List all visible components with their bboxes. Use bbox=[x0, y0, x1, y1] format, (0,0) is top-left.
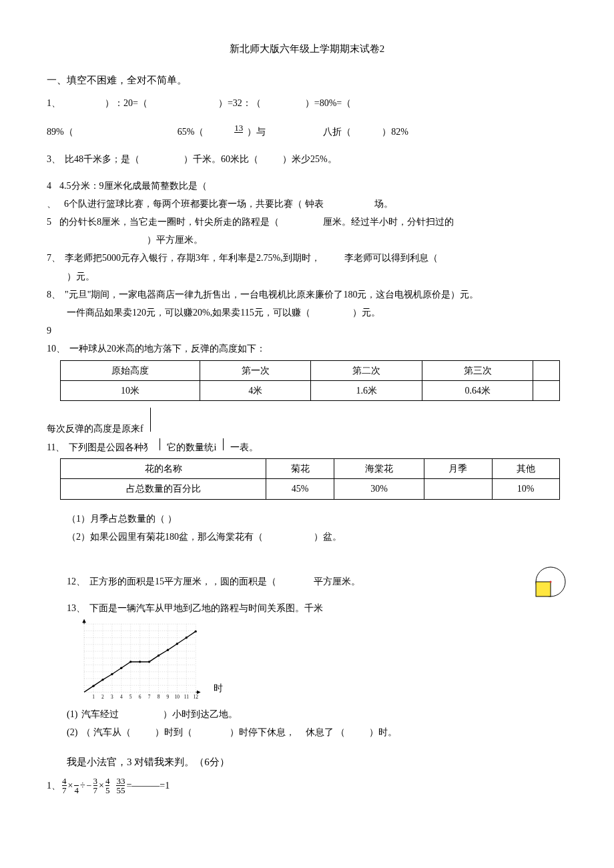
th: 第一次 bbox=[200, 360, 311, 380]
frac-33-55: 3355 bbox=[116, 777, 125, 795]
th: 原始高度 bbox=[61, 360, 200, 380]
svg-text:5: 5 bbox=[129, 694, 132, 700]
q1-label: 1、 bbox=[47, 95, 61, 111]
q13-text: 下面是一辆汽车从甲地到乙地的路程与时间关系图。千米 bbox=[89, 600, 323, 616]
svg-rect-1 bbox=[536, 582, 551, 596]
q11-2: （2）如果公园里有菊花180盆，那么海棠花有（ ）盆。 bbox=[47, 528, 567, 545]
j1-eq: =———=1 bbox=[126, 777, 170, 794]
q13-2a: （ 汽车从（ bbox=[81, 724, 131, 741]
page-title: 新北师大版六年级上学期期末试卷2 bbox=[47, 40, 567, 58]
frac-3-7: 37 bbox=[93, 777, 98, 795]
td: 10米 bbox=[61, 380, 200, 400]
th: 第二次 bbox=[311, 360, 422, 380]
flower-table: 花的名称 菊花 海棠花 月季 其他 占总数量的百分比 45% 30% 10% bbox=[60, 458, 560, 499]
p2: (2) bbox=[67, 724, 77, 741]
q11-2b: ）盆。 bbox=[314, 528, 342, 545]
td: 占总数量的百分比 bbox=[61, 479, 266, 499]
svg-marker-52 bbox=[82, 619, 86, 623]
table-row: 原始高度 第一次 第二次 第三次 bbox=[61, 360, 560, 380]
q3-label: 3、 bbox=[47, 151, 61, 167]
svg-marker-53 bbox=[197, 691, 201, 695]
q2-d: 八折（ bbox=[323, 123, 351, 140]
q12-label: 12、 bbox=[67, 573, 85, 590]
q13-1: (1) 汽车经过 ）小时到达乙地。 bbox=[47, 706, 567, 723]
td: 0.64米 bbox=[422, 380, 533, 400]
q13-1b: ）小时到达乙地。 bbox=[163, 706, 238, 723]
q9: 9 bbox=[47, 322, 567, 339]
svg-point-28 bbox=[92, 685, 94, 687]
q7-b: 李老师可以得到利息（ bbox=[344, 250, 438, 266]
q8-label: 8、 bbox=[47, 286, 61, 303]
svg-text:2: 2 bbox=[101, 694, 104, 700]
frac-4-7: 47 bbox=[62, 777, 67, 795]
q3-b: ）千米。60米比（ bbox=[184, 151, 258, 167]
q13-2: (2) （ 汽车从（ ）时到（ ）时停下休息， 休息了 （ ）时。 bbox=[47, 724, 567, 741]
judge-q1: 1、 47 × 4 ÷ − 37 × 45 3355 =———=1 bbox=[47, 777, 567, 795]
q11-b: 它的数量统i bbox=[167, 439, 216, 456]
q11: 11、 下列图是公园各种犭 它的数量统i 一表。 bbox=[47, 438, 567, 456]
q4-text: 4.5分米：9厘米化成最简整数比是（ bbox=[59, 177, 207, 194]
svg-point-37 bbox=[176, 643, 178, 645]
q11-2a: （2）如果公园里有菊花180盆，那么海棠花有（ bbox=[67, 528, 263, 545]
distance-time-chart: 123 456 789 101112 bbox=[67, 618, 207, 705]
section-2-heading: 我是小法官，3 对错我来判。（6分） bbox=[47, 753, 567, 771]
svg-point-39 bbox=[195, 630, 197, 632]
q2-b: 65%（ bbox=[178, 123, 204, 140]
q12-b: 平方厘米。 bbox=[314, 573, 360, 590]
q13-label: 13、 bbox=[67, 600, 85, 616]
divider bbox=[150, 408, 151, 432]
q5-b: 厘米。经过半小时，分针扫过的 bbox=[323, 213, 454, 230]
q4: 4 4.5分米：9厘米化成最简整数比是（ bbox=[47, 177, 567, 194]
q11-c: 一表。 bbox=[230, 439, 258, 456]
th: 月季 bbox=[424, 459, 492, 479]
q2-frac-d bbox=[234, 132, 243, 141]
q3-c: ）米少25%。 bbox=[282, 151, 337, 167]
frac-4-5: 45 bbox=[105, 777, 110, 795]
q2-e: ）82% bbox=[382, 123, 408, 140]
td: 10% bbox=[492, 479, 559, 499]
bounce-table: 原始高度 第一次 第二次 第三次 10米 4米 1.6米 0.64米 bbox=[60, 360, 560, 401]
q10b: 每次反弹的高度是原来f bbox=[47, 408, 567, 437]
svg-text:7: 7 bbox=[148, 694, 151, 700]
td: 30% bbox=[334, 479, 424, 499]
svg-point-29 bbox=[101, 679, 103, 681]
div-icon: ÷ bbox=[80, 777, 85, 794]
q4b: 、 6个队进行篮球比赛，每两个班都要比赛一场，共要比赛（ 钟表 场。 bbox=[47, 195, 567, 212]
svg-point-36 bbox=[167, 649, 169, 651]
th: 菊花 bbox=[266, 459, 334, 479]
q13-2d: 休息了 （ bbox=[306, 724, 346, 741]
q8b-tail: ）元。 bbox=[352, 308, 380, 318]
svg-point-31 bbox=[120, 667, 122, 669]
q5-c: ）平方厘米。 bbox=[147, 235, 203, 245]
q13-2c: ）时停下休息， bbox=[230, 724, 295, 741]
td bbox=[533, 380, 559, 400]
q13: 13、 下面是一辆汽车从甲地到乙地的路程与时间关系图。千米 bbox=[47, 600, 567, 616]
svg-text:9: 9 bbox=[167, 694, 170, 700]
th: 海棠花 bbox=[334, 459, 424, 479]
j1-label: 1、 bbox=[47, 777, 61, 794]
section-1-heading: 一、填空不困难，全对不简单。 bbox=[47, 71, 567, 89]
q5-a: 的分针长8厘米，当它走一圈时，针尖所走的路程是（ bbox=[59, 213, 279, 230]
chart-xlabel: 时 bbox=[214, 680, 223, 697]
mul-icon: × bbox=[68, 777, 73, 794]
minus-icon: − bbox=[87, 777, 92, 794]
table-row: 占总数量的百分比 45% 30% 10% bbox=[61, 479, 560, 499]
q3-a: 比48千米多；是（ bbox=[65, 151, 139, 167]
q2: 89%（ 65%（ 13 ）与 八折（ ）82% bbox=[47, 123, 567, 141]
q10-label: 10、 bbox=[47, 340, 65, 357]
svg-point-30 bbox=[111, 673, 113, 675]
td: 4米 bbox=[200, 380, 311, 400]
svg-point-34 bbox=[148, 661, 150, 663]
q10-text: 一种球从20米高的地方落下，反弹的高度如下： bbox=[69, 340, 266, 357]
q8b-text: 一件商品如果卖120元，可以赚20%,如果卖115元，可以赚（ bbox=[67, 308, 310, 318]
q7: 7、 李老师把5000元存入银行，存期3年，年利率是2.75%,到期时， 李老师… bbox=[47, 250, 567, 266]
q8-text: "元旦"期间，一家电器商店一律九折售出，一台电视机比原来廉价了180元，这台电视… bbox=[65, 286, 479, 303]
q12-a: 正方形的面积是15平方厘米，，圆的面积是（ bbox=[89, 573, 276, 590]
q2-c: ）与 bbox=[247, 123, 266, 140]
square-circle-figure bbox=[527, 565, 567, 598]
q11-1: （1）月季占总数量的（ ） bbox=[47, 510, 567, 527]
td: 45% bbox=[266, 479, 334, 499]
td bbox=[424, 479, 492, 499]
q3: 3、 比48千米多；是（ ）千米。60米比（ ）米少25%。 bbox=[47, 151, 567, 167]
q5: 5 的分针长8厘米，当它走一圈时，针尖所走的路程是（ 厘米。经过半小时，分针扫过… bbox=[47, 213, 567, 230]
